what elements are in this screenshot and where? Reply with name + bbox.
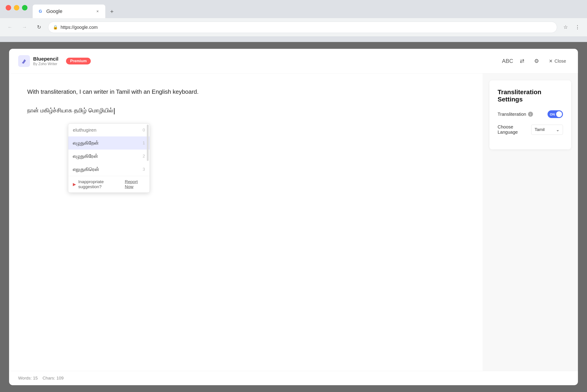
new-tab-button[interactable]: + <box>106 4 117 18</box>
info-icon[interactable]: i <box>528 112 533 117</box>
extension-top-bar: Bluepencil By Zoho Writer Premium ABC ⇄ … <box>9 49 578 74</box>
chars-label: Chars: <box>42 376 55 380</box>
tab-favicon: G <box>37 8 43 14</box>
extension-name-block: Bluepencil By Zoho Writer <box>33 56 58 66</box>
abc-icon: ABC <box>502 58 513 64</box>
premium-badge: Premium <box>66 58 91 64</box>
autocomplete-item-1[interactable]: எழுதுகிறேன் 1 <box>68 136 149 150</box>
selected-language-text: Tamil <box>535 127 545 132</box>
autocomplete-item-text-3: எலுதுகிரென் <box>73 166 99 172</box>
close-label: Close <box>555 58 566 64</box>
transliterate-icon: ⇄ <box>520 58 524 64</box>
svg-text:G: G <box>39 9 42 14</box>
back-button[interactable]: ← <box>4 22 15 33</box>
autocomplete-item-num-1: 1 <box>142 140 145 146</box>
editor-area[interactable]: With transliteration, I can writer in Ta… <box>9 74 483 371</box>
autocomplete-item-text-0: eluthugiren <box>73 127 96 133</box>
words-label: Words: <box>18 376 32 380</box>
gear-icon: ⚙ <box>534 58 539 64</box>
transliteration-label: Transliteration i <box>498 112 533 117</box>
autocomplete-item-num-2: 2 <box>142 154 145 159</box>
address-bar[interactable]: 🔒 https://google.com <box>48 22 557 33</box>
autocomplete-item-text-2: எழுதுகிரேன் <box>73 153 98 159</box>
top-bar-right: ABC ⇄ ⚙ ✕ Close <box>503 56 569 66</box>
autocomplete-footer: ▶ Inappropriate suggestion? Report Now <box>68 176 149 192</box>
tab-close-button[interactable]: × <box>94 8 101 14</box>
transliteration-toggle[interactable]: ON <box>548 110 563 118</box>
pencil-icon <box>20 58 28 65</box>
report-now-link[interactable]: Report Now <box>125 179 145 189</box>
window-minimize-button[interactable] <box>14 5 19 10</box>
settings-card: Transliteration Settings Transliteration… <box>490 80 571 149</box>
active-tab[interactable]: G Google × <box>33 4 105 18</box>
settings-icon-button[interactable]: ⚙ <box>532 56 542 66</box>
autocomplete-item-num-3: 3 <box>142 167 145 172</box>
flag-icon: ▶ <box>73 182 76 187</box>
language-row: Choose Language Tamil ⌄ <box>498 124 563 135</box>
bookmark-button[interactable]: ☆ <box>561 22 571 32</box>
lock-icon: 🔒 <box>53 25 58 30</box>
abc-icon-button[interactable]: ABC <box>503 56 513 66</box>
extension-subtitle: By Zoho Writer <box>33 62 58 66</box>
side-panel: Transliteration Settings Transliteration… <box>483 74 578 371</box>
text-cursor <box>114 108 115 114</box>
editor-line-2-container: நான் மகிழ்ச்சியாக தமிழ் மொழியில் <box>27 106 465 115</box>
editor-line-2: நான் மகிழ்ச்சியாக தமிழ் மொழியில் <box>27 107 113 114</box>
editor-footer: Words: 15 Chars: 109 <box>9 371 578 385</box>
autocomplete-item-text-1: எழுதுகிறேன் <box>73 140 99 146</box>
autocomplete-scroll-area[interactable]: eluthugiren 0 எழுதுகிறேன் 1 எழுதுகிரேன் … <box>68 124 149 176</box>
choose-language-label: Choose Language <box>498 124 531 135</box>
words-count: 15 <box>33 376 38 380</box>
toggle-knob <box>556 111 562 117</box>
main-content: With transliteration, I can writer in Ta… <box>9 74 578 371</box>
reload-button[interactable]: ↻ <box>33 22 44 33</box>
tab-title: Google <box>46 8 92 14</box>
inappropriate-text: Inappropriate suggestion? <box>78 179 122 189</box>
autocomplete-item-2[interactable]: எழுதுகிரேன் 2 <box>68 150 149 163</box>
extension-branding: Bluepencil By Zoho Writer Premium <box>18 55 91 67</box>
autocomplete-item-3[interactable]: எலுதுகிரென் 3 <box>68 163 149 176</box>
toggle-on-label: ON <box>550 112 555 116</box>
close-icon: ✕ <box>549 58 553 64</box>
extension-logo <box>18 55 30 67</box>
language-select[interactable]: Tamil ⌄ <box>531 124 563 135</box>
chars-count: 109 <box>56 376 64 380</box>
forward-button[interactable]: → <box>19 22 30 33</box>
menu-button[interactable]: ⋮ <box>573 22 583 32</box>
window-maximize-button[interactable] <box>22 5 27 10</box>
extension-name: Bluepencil <box>33 56 58 62</box>
autocomplete-item-0[interactable]: eluthugiren 0 <box>68 124 149 136</box>
scrollbar[interactable] <box>147 124 149 161</box>
url-text: https://google.com <box>60 25 97 30</box>
transliteration-row: Transliteration i ON <box>498 110 563 118</box>
settings-title: Transliteration Settings <box>498 88 563 103</box>
page-container: Bluepencil By Zoho Writer Premium ABC ⇄ … <box>9 49 578 385</box>
chevron-down-icon: ⌄ <box>556 127 560 132</box>
transliterate-icon-button[interactable]: ⇄ <box>517 56 527 66</box>
autocomplete-dropdown: eluthugiren 0 எழுதுகிறேன் 1 எழுதுகிரேன் … <box>68 124 150 193</box>
close-button[interactable]: ✕ Close <box>546 56 569 66</box>
window-close-button[interactable] <box>6 5 11 10</box>
autocomplete-item-num-0: 0 <box>142 128 145 132</box>
editor-line-1: With transliteration, I can writer in Ta… <box>27 87 465 97</box>
